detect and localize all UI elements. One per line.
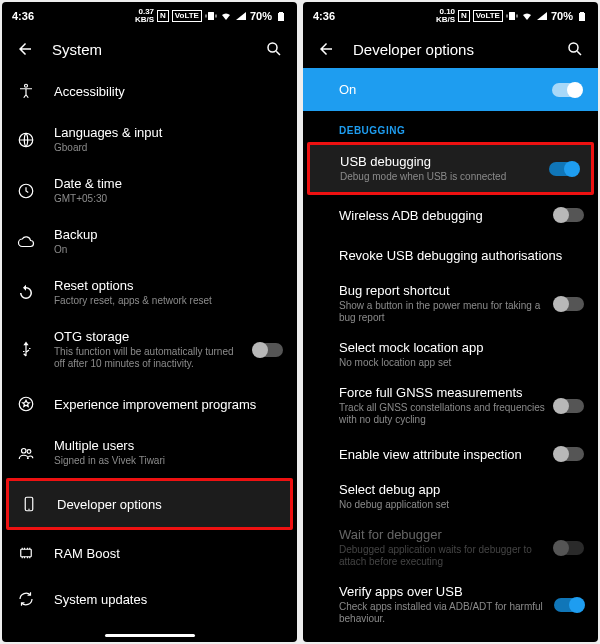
signal-icon xyxy=(235,10,247,22)
item-datetime[interactable]: Date & timeGMT+05:30 xyxy=(2,165,297,216)
master-toggle[interactable] xyxy=(552,83,582,97)
devoptions-list: USB debuggingDebug mode when USB is conn… xyxy=(303,142,598,642)
status-bar: 4:36 0.37KB/S N VoLTE 70% xyxy=(2,2,297,26)
item-verifyusb[interactable]: Verify apps over USBCheck apps installed… xyxy=(303,576,598,633)
users-icon xyxy=(17,444,35,462)
item-revoke-auth[interactable]: Revoke USB debugging authorisations xyxy=(303,235,598,275)
item-developer-options[interactable]: Developer options xyxy=(9,481,290,527)
item-wireless-adb[interactable]: Wireless ADB debugging xyxy=(303,195,598,235)
status-net-speed: 0.37KB/S xyxy=(135,8,154,24)
svg-point-9 xyxy=(569,43,578,52)
volte-icon: VoLTE xyxy=(172,10,202,22)
highlight-developer-options: Developer options xyxy=(6,478,293,530)
waitdebugger-toggle xyxy=(554,541,584,555)
status-time: 4:36 xyxy=(313,10,335,22)
wifi-icon xyxy=(220,10,232,22)
svg-point-5 xyxy=(22,448,27,453)
vibrate-icon xyxy=(506,10,518,22)
volte-icon: VoLTE xyxy=(473,10,503,22)
back-icon[interactable] xyxy=(16,40,34,58)
page-title: Developer options xyxy=(353,41,548,58)
item-sysupdates[interactable]: System updates xyxy=(2,576,297,622)
item-backup[interactable]: BackupOn xyxy=(2,216,297,267)
item-debugapp[interactable]: Select debug appNo debug application set xyxy=(303,474,598,519)
clock-icon xyxy=(17,182,35,200)
svg-point-0 xyxy=(268,43,277,52)
page-title: System xyxy=(52,41,247,58)
item-experience[interactable]: Experience improvement programs xyxy=(2,381,297,427)
reset-icon xyxy=(17,284,35,302)
cloud-icon xyxy=(17,233,35,251)
item-multiusers[interactable]: Multiple usersSigned in as Vivek Tiwari xyxy=(2,427,297,478)
item-reset[interactable]: Reset optionsFactory reset, apps & netwo… xyxy=(2,267,297,318)
bugreport-toggle[interactable] xyxy=(554,297,584,311)
ram-icon xyxy=(17,544,35,562)
gesture-nav-bar[interactable] xyxy=(2,628,297,642)
signal-icon xyxy=(536,10,548,22)
phone-developer-options: 4:36 0.10KB/S N VoLTE 70% Developer opti… xyxy=(303,2,598,642)
section-debugging: DEBUGGING xyxy=(303,111,598,142)
item-accessibility[interactable]: Accessibility xyxy=(2,68,297,114)
status-bar: 4:36 0.10KB/S N VoLTE 70% xyxy=(303,2,598,26)
item-otg[interactable]: OTG storageThis function will be automat… xyxy=(2,318,297,381)
nfc-icon: N xyxy=(157,10,169,22)
star-circle-icon xyxy=(17,395,35,413)
item-bugreport[interactable]: Bug report shortcutShow a button in the … xyxy=(303,275,598,332)
item-usb-debugging[interactable]: USB debuggingDebug mode when USB is conn… xyxy=(310,145,591,192)
settings-list: Accessibility Languages & inputGboard Da… xyxy=(2,68,297,628)
wifi-icon xyxy=(521,10,533,22)
viewattr-toggle[interactable] xyxy=(554,447,584,461)
back-icon[interactable] xyxy=(317,40,335,58)
verifyusb-toggle[interactable] xyxy=(554,598,584,612)
svg-point-1 xyxy=(25,84,28,87)
accessibility-icon xyxy=(17,82,35,100)
otg-toggle[interactable] xyxy=(253,343,283,357)
app-bar: System xyxy=(2,26,297,68)
master-toggle-bar[interactable]: On xyxy=(303,68,598,111)
item-languages[interactable]: Languages & inputGboard xyxy=(2,114,297,165)
item-mocklocation[interactable]: Select mock location appNo mock location… xyxy=(303,332,598,377)
item-gnss[interactable]: Force full GNSS measurementsTrack all GN… xyxy=(303,377,598,434)
gnss-toggle[interactable] xyxy=(554,399,584,413)
search-icon[interactable] xyxy=(566,40,584,58)
item-waitdebugger: Wait for debuggerDebugged application wa… xyxy=(303,519,598,576)
battery-icon xyxy=(576,10,588,22)
search-icon[interactable] xyxy=(265,40,283,58)
app-bar: Developer options xyxy=(303,26,598,68)
nfc-icon: N xyxy=(458,10,470,22)
vibrate-icon xyxy=(205,10,217,22)
status-battery-pct: 70% xyxy=(250,10,272,22)
usb-debugging-toggle[interactable] xyxy=(549,162,579,176)
item-viewattr[interactable]: Enable view attribute inspection xyxy=(303,434,598,474)
highlight-usb-debugging: USB debuggingDebug mode when USB is conn… xyxy=(307,142,594,195)
phone-icon xyxy=(20,495,38,513)
phone-system-settings: 4:36 0.37KB/S N VoLTE 70% System Accessi… xyxy=(2,2,297,642)
globe-icon xyxy=(17,131,35,149)
item-ramboost[interactable]: RAM Boost xyxy=(2,530,297,576)
wireless-adb-toggle[interactable] xyxy=(554,208,584,222)
status-net-speed: 0.10KB/S xyxy=(436,8,455,24)
svg-rect-8 xyxy=(21,549,32,557)
svg-point-6 xyxy=(27,449,31,453)
update-icon xyxy=(17,590,35,608)
usb-icon xyxy=(17,341,35,359)
battery-icon xyxy=(275,10,287,22)
status-battery-pct: 70% xyxy=(551,10,573,22)
status-time: 4:36 xyxy=(12,10,34,22)
